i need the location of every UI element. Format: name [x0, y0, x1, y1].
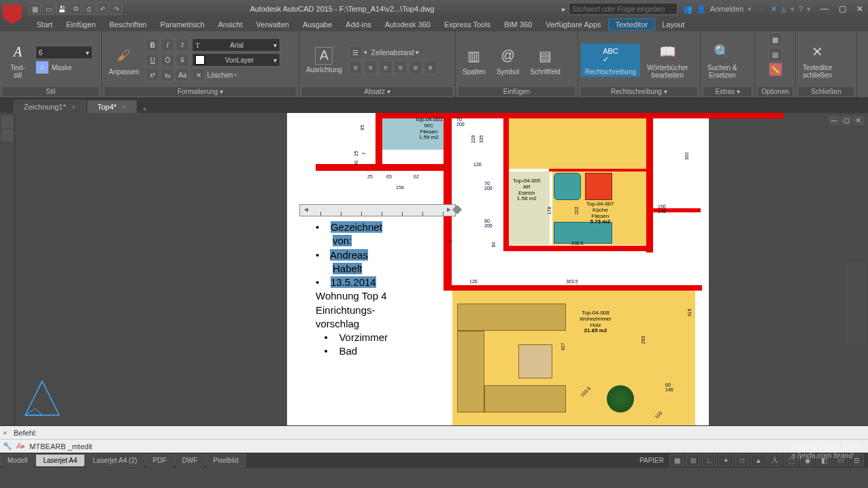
strike-button[interactable]: ₷: [176, 53, 189, 67]
status-ortho-icon[interactable]: ∟: [702, 454, 717, 466]
drawing-canvas[interactable]: — ▢ ✕: [15, 113, 868, 425]
tab-start[interactable]: Start: [30, 19, 59, 30]
status-snap-icon[interactable]: ⊞: [686, 454, 701, 466]
text-height-dropdown[interactable]: 6: [35, 46, 93, 59]
qat-undo-icon[interactable]: ↶: [97, 3, 109, 15]
anpassen-button[interactable]: 🖌 Anpassen: [105, 44, 143, 77]
exchange-apps-icon[interactable]: ✕: [771, 5, 777, 14]
qat-open-icon[interactable]: ▭: [42, 3, 54, 15]
mtext-ruler[interactable]: [299, 204, 456, 216]
align-center-button[interactable]: ≡: [364, 61, 378, 74]
help-search-input[interactable]: [569, 3, 678, 15]
add-tab-button[interactable]: +: [138, 105, 152, 113]
layout-tab-modell[interactable]: Modell: [0, 454, 35, 467]
tab-bim360[interactable]: BIM 360: [497, 19, 539, 30]
schriftfeld-button[interactable]: ▤ Schriftfeld: [526, 44, 564, 77]
close-button[interactable]: ✕: [852, 3, 868, 15]
tab-apps[interactable]: Verfügbare Apps: [539, 19, 607, 30]
qat-print-icon[interactable]: ⎙: [83, 3, 95, 15]
font-icon[interactable]: Ꝛ: [176, 38, 189, 52]
woerterbuecher-button[interactable]: 📖 Wörterbücher bearbeiten: [643, 39, 692, 80]
layout-tab-laserjet[interactable]: Laserjet A4: [35, 454, 84, 467]
align-dist-button[interactable]: ≡: [409, 61, 422, 74]
mtext-editor[interactable]: • Gezeichnet von: • Andreas Habelt • 13.…: [316, 221, 452, 359]
tab-ansicht[interactable]: Ansicht: [212, 19, 250, 30]
tab-einfuegen[interactable]: Einfügen: [59, 19, 102, 30]
exchange-icon[interactable]: 👥: [683, 5, 692, 14]
align-right-button[interactable]: ≡: [379, 61, 393, 74]
mask-icon[interactable]: A: [35, 61, 49, 74]
textstil-button[interactable]: A Text- stil: [3, 39, 33, 80]
layout-tool1-icon[interactable]: [1, 116, 14, 128]
linespacing-label[interactable]: Zeilenabstand: [371, 49, 414, 56]
italic-button[interactable]: I: [161, 38, 174, 52]
align-opt-button[interactable]: ≡: [424, 61, 437, 74]
user-icon[interactable]: 👤: [697, 5, 706, 14]
wrench-icon[interactable]: 🔧: [3, 442, 12, 451]
signin-link[interactable]: Anmelden: [710, 5, 744, 13]
doc-tab-zeichnung1[interactable]: Zeichnung1*×: [14, 100, 86, 113]
bullets-button[interactable]: ☰: [349, 46, 363, 59]
tab-beschriften[interactable]: Beschriften: [103, 19, 154, 30]
suchen-button[interactable]: 🔍 Suchen & Ersetzen: [703, 39, 741, 80]
cmd-close-icon[interactable]: ×: [3, 429, 14, 437]
layout-tab-pdf[interactable]: PDF: [146, 454, 174, 467]
overline-button[interactable]: Ō: [161, 53, 174, 67]
coffee-table: [518, 344, 552, 378]
tab-ausgabe[interactable]: Ausgabe: [296, 19, 339, 30]
ausrichtung-button[interactable]: A Ausrichtung: [302, 46, 346, 75]
layout-tab-dwf[interactable]: DWF: [175, 454, 205, 467]
navigation-bar[interactable]: [845, 263, 865, 344]
tab-expresstools[interactable]: Express Tools: [437, 19, 497, 30]
tab-parametrisch[interactable]: Parametrisch: [154, 19, 212, 30]
font-dropdown[interactable]: TArial: [192, 38, 280, 52]
status-osnap-icon[interactable]: □: [735, 454, 750, 466]
rechtschreibung-button[interactable]: ABC✓ Rechtschreibung: [581, 44, 640, 77]
qat-saveas-icon[interactable]: ⧉: [69, 3, 82, 15]
qat-save-icon[interactable]: 💾: [56, 3, 68, 15]
status-scale-icon[interactable]: ▲: [751, 454, 766, 466]
tab-layout[interactable]: Layout: [655, 19, 691, 30]
qat-new-icon[interactable]: ▦: [29, 3, 41, 15]
layout-tab-laserjet2[interactable]: Laserjet A4 (2): [86, 454, 145, 467]
tab-autodesk360[interactable]: Autodesk 360: [378, 19, 437, 30]
subscript-button[interactable]: x₂: [161, 68, 174, 82]
status-polar-icon[interactable]: ✦: [718, 454, 733, 466]
option3-button[interactable]: 📏: [769, 63, 782, 76]
align-justify-button[interactable]: ≡: [394, 61, 407, 74]
minimize-button[interactable]: —: [816, 3, 833, 15]
symbol-button[interactable]: @ Symbol: [493, 44, 523, 77]
doc-restore-button[interactable]: ▢: [841, 116, 852, 125]
underline-button[interactable]: U: [146, 53, 159, 67]
case-button[interactable]: Aa: [176, 68, 189, 82]
doc-close-button[interactable]: ✕: [853, 116, 864, 125]
status-grid-icon[interactable]: ▦: [669, 454, 684, 466]
tab-addins[interactable]: Add-ins: [339, 19, 378, 30]
close-tab-icon[interactable]: ×: [122, 103, 126, 111]
align-left-button[interactable]: ≡: [349, 61, 363, 74]
close-tab-icon[interactable]: ×: [71, 103, 76, 111]
paper-label[interactable]: PAPIER: [635, 457, 668, 464]
tab-texteditor[interactable]: Texteditor: [608, 18, 656, 31]
maximize-button[interactable]: ▢: [834, 3, 850, 15]
option1-button[interactable]: ▦: [769, 33, 782, 46]
clear-label[interactable]: Löschen: [207, 71, 233, 79]
clear-icon[interactable]: ✕: [192, 68, 205, 82]
layout-tab-pixelbild[interactable]: Pixelbild: [205, 454, 246, 467]
spalten-button[interactable]: ▥ Spalten: [458, 44, 490, 77]
close-editor-button[interactable]: ✕ Texteditor schließen: [799, 39, 836, 80]
qat-redo-icon[interactable]: ↷: [110, 3, 122, 15]
status-anno-icon[interactable]: 人: [767, 454, 782, 466]
superscript-button[interactable]: x²: [146, 68, 159, 82]
help-icon[interactable]: ?: [799, 5, 803, 13]
bold-button[interactable]: B: [146, 38, 159, 52]
command-input[interactable]: MTBEARB _mtedit: [29, 442, 92, 451]
layer-color-dropdown[interactable]: VonLayer: [192, 53, 280, 67]
layout-tool2-icon[interactable]: [1, 129, 14, 142]
doc-minimize-button[interactable]: —: [829, 116, 839, 125]
tab-verwalten[interactable]: Verwalten: [250, 19, 296, 30]
a360-icon[interactable]: ◬: [781, 5, 786, 14]
ruler-grip-icon[interactable]: [452, 205, 462, 214]
option2-button[interactable]: ▤: [769, 48, 782, 61]
doc-tab-top4[interactable]: Top4*×: [87, 100, 137, 113]
